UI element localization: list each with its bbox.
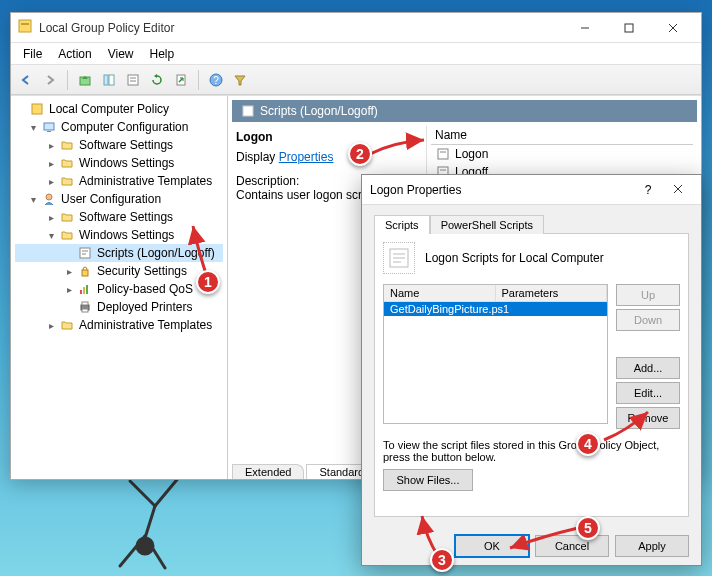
svg-text:?: ? <box>213 75 219 86</box>
svg-rect-31 <box>86 285 88 294</box>
qos-icon <box>77 281 93 297</box>
cancel-button[interactable]: Cancel <box>535 535 609 557</box>
maximize-button[interactable] <box>607 14 651 42</box>
tree-label: Scripts (Logon/Logoff) <box>97 246 215 260</box>
edit-button[interactable]: Edit... <box>616 382 680 404</box>
svg-rect-22 <box>44 123 54 130</box>
window-title: Local Group Policy Editor <box>39 21 563 35</box>
filter-button[interactable] <box>229 69 251 91</box>
ok-button[interactable]: OK <box>455 535 529 557</box>
tree-item[interactable]: ▸ Administrative Templates <box>15 316 223 334</box>
properties-link[interactable]: Properties <box>279 150 334 164</box>
tree-windows-settings[interactable]: ▾ Windows Settings <box>15 226 223 244</box>
folder-icon <box>59 209 75 225</box>
remove-button[interactable]: Remove <box>616 407 680 429</box>
up-button[interactable]: Up <box>616 284 680 306</box>
list-item-logon[interactable]: Logon <box>431 145 693 163</box>
col-name[interactable]: Name <box>384 285 496 301</box>
tree-computer-config[interactable]: ▾ Computer Configuration <box>15 118 223 136</box>
tree-label: Administrative Templates <box>79 174 212 188</box>
tree-item[interactable]: Deployed Printers <box>15 298 223 316</box>
svg-rect-23 <box>47 131 51 132</box>
back-button[interactable] <box>15 69 37 91</box>
svg-rect-25 <box>80 248 90 258</box>
chevron-right-icon[interactable]: ▸ <box>63 283 75 295</box>
script-icon <box>77 245 93 261</box>
help-button[interactable]: ? <box>205 69 227 91</box>
tree-label: Administrative Templates <box>79 318 212 332</box>
chevron-right-icon[interactable]: ▸ <box>63 265 75 277</box>
up-button[interactable] <box>74 69 96 91</box>
script-row[interactable]: GetDailyBingPicture.ps1 <box>384 302 607 316</box>
chevron-right-icon[interactable]: ▸ <box>45 157 57 169</box>
chevron-right-icon[interactable]: ▸ <box>45 139 57 151</box>
tree-label: Software Settings <box>79 210 173 224</box>
annotation-5: 5 <box>576 516 600 540</box>
menu-file[interactable]: File <box>15 45 50 63</box>
chevron-down-icon[interactable]: ▾ <box>27 121 39 133</box>
chevron-down-icon[interactable]: ▾ <box>45 229 57 241</box>
dialog-titlebar: Logon Properties ? <box>362 175 701 205</box>
dialog-tabs: Scripts PowerShell Scripts <box>374 215 689 234</box>
logon-properties-dialog: Logon Properties ? Scripts PowerShell Sc… <box>361 174 702 566</box>
down-button[interactable]: Down <box>616 309 680 331</box>
list-item-label: Logon <box>455 147 488 161</box>
dialog-title: Logon Properties <box>370 183 633 197</box>
tab-extended[interactable]: Extended <box>232 464 304 479</box>
tree-pane[interactable]: Local Computer Policy ▾ Computer Configu… <box>11 96 228 479</box>
chevron-right-icon[interactable]: ▸ <box>45 319 57 331</box>
col-parameters[interactable]: Parameters <box>496 285 608 301</box>
tree-scripts-logon-logoff[interactable]: Scripts (Logon/Logoff) <box>15 244 223 262</box>
svg-rect-28 <box>82 270 88 276</box>
chevron-right-icon[interactable]: ▸ <box>45 175 57 187</box>
svg-rect-36 <box>438 149 448 159</box>
chevron-down-icon[interactable]: ▾ <box>27 193 39 205</box>
list-header: Name Parameters <box>384 285 607 302</box>
forward-button[interactable] <box>39 69 61 91</box>
computer-icon <box>41 119 57 135</box>
detail-section-title: Logon <box>236 130 418 144</box>
svg-rect-29 <box>80 290 82 294</box>
show-files-button[interactable]: Show Files... <box>383 469 473 491</box>
menu-help[interactable]: Help <box>142 45 183 63</box>
tree-label: Security Settings <box>97 264 187 278</box>
script-list[interactable]: Name Parameters GetDailyBingPicture.ps1 <box>383 284 608 424</box>
svg-rect-9 <box>625 24 633 32</box>
dialog-close-button[interactable] <box>663 183 693 197</box>
tab-powershell-scripts[interactable]: PowerShell Scripts <box>430 215 544 234</box>
help-button[interactable]: ? <box>633 183 663 197</box>
apply-button[interactable]: Apply <box>615 535 689 557</box>
svg-rect-15 <box>128 75 138 85</box>
tree-item[interactable]: ▸ Windows Settings <box>15 154 223 172</box>
add-button[interactable]: Add... <box>616 357 680 379</box>
dialog-footer: OK Cancel Apply <box>362 527 701 565</box>
menu-view[interactable]: View <box>100 45 142 63</box>
tree-label: Local Computer Policy <box>49 102 169 116</box>
tree-item[interactable]: ▸ Security Settings <box>15 262 223 280</box>
dialog-caption: Logon Scripts for Local Computer <box>425 251 604 265</box>
tree-user-config[interactable]: ▾ User Configuration <box>15 190 223 208</box>
chevron-right-icon[interactable]: ▸ <box>45 211 57 223</box>
display-label: Display <box>236 150 275 164</box>
properties-button[interactable] <box>122 69 144 91</box>
tab-scripts[interactable]: Scripts <box>374 215 430 234</box>
show-hide-tree-button[interactable] <box>98 69 120 91</box>
svg-rect-34 <box>82 309 88 312</box>
svg-line-2 <box>130 481 155 506</box>
folder-icon <box>59 173 75 189</box>
annotation-2: 2 <box>348 142 372 166</box>
close-button[interactable] <box>651 14 695 42</box>
export-button[interactable] <box>170 69 192 91</box>
tree-root[interactable]: Local Computer Policy <box>15 100 223 118</box>
refresh-button[interactable] <box>146 69 168 91</box>
app-icon <box>17 18 33 37</box>
tree-item[interactable]: ▸ Policy-based QoS <box>15 280 223 298</box>
menu-action[interactable]: Action <box>50 45 99 63</box>
minimize-button[interactable] <box>563 14 607 42</box>
tree-item[interactable]: ▸ Software Settings <box>15 208 223 226</box>
script-icon <box>383 242 415 274</box>
tree-item[interactable]: ▸ Software Settings <box>15 136 223 154</box>
tree-item[interactable]: ▸ Administrative Templates <box>15 172 223 190</box>
column-header-name[interactable]: Name <box>431 126 693 145</box>
svg-line-3 <box>155 476 180 506</box>
